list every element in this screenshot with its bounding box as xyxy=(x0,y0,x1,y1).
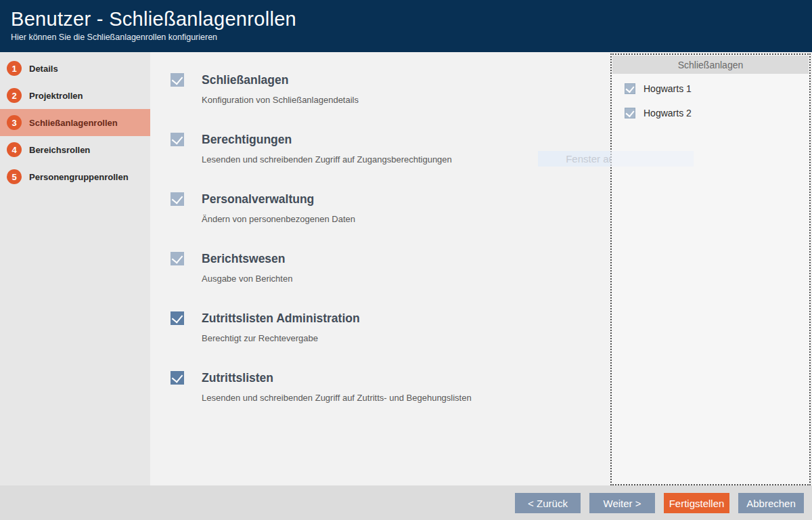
check-icon xyxy=(172,192,183,204)
finish-button[interactable]: Fertigstellen xyxy=(664,493,729,513)
role-title: Berichtswesen xyxy=(202,252,286,265)
locking-system-checkbox[interactable] xyxy=(625,83,635,94)
locking-system-hogwarts-1[interactable]: Hogwarts 1 xyxy=(612,79,809,98)
footer-bar: < Zurück Weiter > Fertigstellen Abbreche… xyxy=(0,485,812,520)
panel-title: Schließanlagen xyxy=(612,56,809,74)
role-schliessanlagen: Schließanlagen Konfiguration von Schließ… xyxy=(150,73,610,133)
role-berichtswesen: Berichtswesen Ausgabe von Berichten xyxy=(150,252,610,311)
role-description: Ändern von personenbezogenen Daten xyxy=(202,214,355,224)
role-checkbox[interactable] xyxy=(171,252,184,265)
step-label: Details xyxy=(29,64,58,74)
role-berechtigungen: Berechtigungen Lesenden und schreibenden… xyxy=(150,133,610,192)
role-checkbox[interactable] xyxy=(171,371,184,385)
wizard-step-projektrollen[interactable]: 2 Projektrollen xyxy=(0,82,150,109)
role-description: Lesenden und schreibenden Zugriff auf Zu… xyxy=(202,393,472,403)
role-checkbox[interactable] xyxy=(171,192,184,206)
step-label: Personengruppenrollen xyxy=(29,172,129,182)
role-personalverwaltung: Personalverwaltung Ändern von personenbe… xyxy=(150,192,610,252)
page-subtitle: Hier können Sie die Schließanlagenrollen… xyxy=(11,32,812,42)
roles-list: Schließanlagen Konfiguration von Schließ… xyxy=(150,52,610,485)
role-zutrittslisten-administration: Zutrittslisten Administration Berechtigt… xyxy=(150,311,610,371)
check-icon xyxy=(172,133,183,144)
step-label: Schließanlagenrollen xyxy=(29,118,118,128)
locking-system-hogwarts-2[interactable]: Hogwarts 2 xyxy=(612,104,809,123)
step-number-badge: 4 xyxy=(7,142,22,157)
check-icon xyxy=(172,311,183,323)
wizard-step-schliessanlagenrollen[interactable]: 3 Schließanlagenrollen xyxy=(0,109,150,136)
role-description: Konfiguration von Schließanlagendetails xyxy=(202,95,359,105)
step-number-badge: 5 xyxy=(7,169,22,184)
step-number-badge: 3 xyxy=(7,115,22,130)
step-number-badge: 2 xyxy=(7,88,22,103)
check-icon xyxy=(172,73,183,85)
role-description: Ausgabe von Berichten xyxy=(202,274,292,284)
header: Benutzer - Schließanlagenrollen Hier kön… xyxy=(0,0,812,52)
back-button[interactable]: < Zurück xyxy=(515,493,581,513)
check-icon xyxy=(625,84,634,93)
locking-systems-panel: Schließanlagen Hogwarts 1 Hogwarts 2 xyxy=(610,53,811,485)
role-zutrittslisten: Zutrittslisten Lesenden und schreibenden… xyxy=(150,371,610,431)
wizard-step-details[interactable]: 1 Details xyxy=(0,55,150,82)
wizard-step-personengruppenrollen[interactable]: 5 Personengruppenrollen xyxy=(0,163,150,190)
locking-system-checkbox[interactable] xyxy=(625,108,635,118)
wizard-step-bereichsrollen[interactable]: 4 Bereichsrollen xyxy=(0,136,150,163)
locking-system-label: Hogwarts 2 xyxy=(644,108,692,118)
role-title: Schließanlagen xyxy=(202,73,288,87)
step-label: Projektrollen xyxy=(29,91,83,101)
role-checkbox[interactable] xyxy=(171,311,184,325)
role-description: Lesenden und schreibenden Zugriff auf Zu… xyxy=(202,154,452,165)
check-icon xyxy=(172,371,183,383)
role-title: Zutrittslisten Administration xyxy=(202,311,360,325)
role-title: Zutrittslisten xyxy=(202,371,273,385)
wizard-sidebar: 1 Details 2 Projektrollen 3 Schließanlag… xyxy=(0,52,150,485)
role-checkbox[interactable] xyxy=(171,133,184,146)
check-icon xyxy=(172,252,183,263)
role-title: Berechtigungen xyxy=(202,133,292,146)
locking-system-label: Hogwarts 1 xyxy=(644,83,692,94)
next-button[interactable]: Weiter > xyxy=(589,493,655,513)
role-checkbox[interactable] xyxy=(171,73,184,87)
cancel-button[interactable]: Abbrechen xyxy=(738,493,804,513)
step-label: Bereichsrollen xyxy=(29,145,90,155)
wizard-window: Benutzer - Schließanlagenrollen Hier kön… xyxy=(0,0,812,520)
role-title: Personalverwaltung xyxy=(202,192,314,206)
check-icon xyxy=(625,108,634,118)
step-number-badge: 1 xyxy=(7,61,22,76)
page-title: Benutzer - Schließanlagenrollen xyxy=(11,8,812,30)
role-description: Berechtigt zur Rechtevergabe xyxy=(202,333,318,343)
